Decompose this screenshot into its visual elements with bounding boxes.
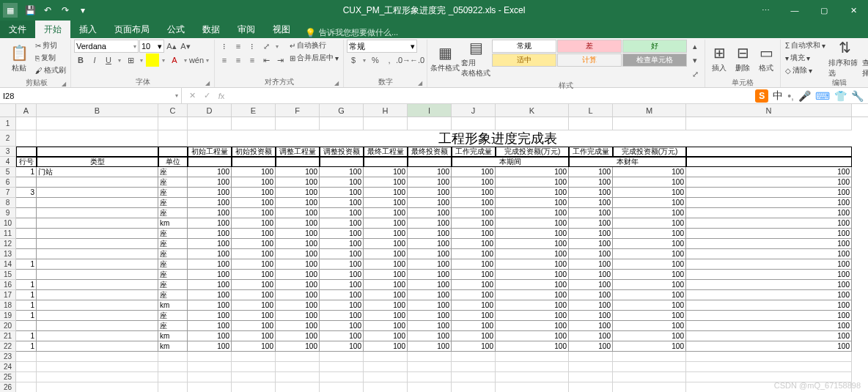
cell-14-D[interactable]: 100 [188,259,232,270]
cell-9-N[interactable]: 100 [686,208,852,218]
cell-13-F[interactable]: 100 [276,249,320,259]
cell-13-J[interactable]: 100 [452,249,496,259]
cell-9-B[interactable] [37,208,158,218]
cell-5-G[interactable]: 100 [320,167,364,177]
cell-24-D[interactable] [188,362,232,372]
cell-21-I[interactable]: 100 [408,331,452,341]
cell-24-L[interactable] [569,362,613,372]
style-check[interactable]: 检查单元格 [622,53,687,67]
row-header-23[interactable]: 23 [0,352,16,362]
cell-10-I[interactable]: 100 [408,218,452,229]
cell-11-I[interactable]: 100 [408,229,452,239]
cell-11-K[interactable]: 100 [496,229,569,239]
col-header-I[interactable]: I [408,104,452,117]
cell-18-G[interactable]: 100 [320,300,364,311]
align-middle-button[interactable]: ≡ [232,40,245,53]
style-bad[interactable]: 差 [557,40,622,53]
cell-3-N[interactable] [686,147,852,157]
cell-5-M[interactable]: 100 [613,167,686,177]
cell-16-I[interactable]: 100 [408,280,452,290]
cell-16-M[interactable]: 100 [613,280,686,290]
cell-23-H[interactable] [364,352,408,362]
cell-18-N[interactable]: 100 [686,300,852,311]
cell-24-G[interactable] [320,362,364,372]
cell-8-E[interactable]: 100 [232,198,276,208]
number-format-combo[interactable]: 常规▾ [347,40,417,53]
col-header-A[interactable]: A [16,104,37,117]
cell-7-D[interactable]: 100 [188,188,232,198]
cell-22-E[interactable]: 100 [232,341,276,352]
cell-18-F[interactable]: 100 [276,300,320,311]
cell-1-D[interactable] [188,117,232,130]
cell-8-N[interactable]: 100 [686,198,852,208]
tab-home[interactable]: 开始 [35,21,70,38]
hdr-J[interactable]: 工作完成量 [452,147,496,157]
cell-9-E[interactable]: 100 [232,208,276,218]
row-header-9[interactable]: 9 [0,208,16,218]
cell-17-F[interactable]: 100 [276,290,320,300]
row-header-17[interactable]: 17 [0,290,16,300]
cell-6-D[interactable]: 100 [188,177,232,188]
cell-12-M[interactable]: 100 [613,239,686,249]
cell-1-N[interactable] [686,117,852,130]
align-top-button[interactable]: ⫶ [218,40,231,53]
cell-13-K[interactable]: 100 [496,249,569,259]
tab-file[interactable]: 文件 [0,21,35,38]
align-center-button[interactable]: ≡ [232,53,245,67]
ime-keyboard-icon[interactable]: ⌨ [815,90,830,102]
cell-17-M[interactable]: 100 [613,290,686,300]
row-header-26[interactable]: 26 [0,382,16,392]
fill-color-button[interactable] [146,53,159,67]
cell-18-E[interactable]: 100 [232,300,276,311]
row-header-15[interactable]: 15 [0,270,16,280]
col-header-C[interactable]: C [158,104,188,117]
col-header-J[interactable]: J [452,104,496,117]
tab-page-layout[interactable]: 页面布局 [106,21,158,38]
border-button[interactable]: ⊞ [124,53,137,67]
cell-11-M[interactable]: 100 [613,229,686,239]
cell-8-I[interactable]: 100 [408,198,452,208]
cell-13-E[interactable]: 100 [232,249,276,259]
cell-24-F[interactable] [276,362,320,372]
cell-5-I[interactable]: 100 [408,167,452,177]
ime-tool-icon[interactable]: 🔧 [851,90,864,102]
cell-11-H[interactable]: 100 [364,229,408,239]
row-header-24[interactable]: 24 [0,362,16,372]
underline-dd[interactable]: ▾ [116,53,123,67]
ime-lang[interactable]: 中 [773,89,783,103]
cell-21-E[interactable]: 100 [232,331,276,341]
cell-20-N[interactable]: 100 [686,321,852,331]
ime-punct[interactable]: •, [787,90,794,102]
cell-4-H[interactable] [364,157,408,167]
cell-20-M[interactable]: 100 [613,321,686,331]
cell-19-H[interactable]: 100 [364,311,408,321]
cell-26-K[interactable] [496,382,569,392]
row-header-6[interactable]: 6 [0,177,16,188]
cell-19-D[interactable]: 100 [188,311,232,321]
cell-14-E[interactable]: 100 [232,259,276,270]
cell-7-C[interactable]: 座 [158,188,188,198]
cell-9-A[interactable] [16,208,37,218]
sogou-icon[interactable]: S [755,89,768,103]
cell-26-J[interactable] [452,382,496,392]
cell-18-J[interactable]: 100 [452,300,496,311]
cell-22-I[interactable]: 100 [408,341,452,352]
cell-13-D[interactable]: 100 [188,249,232,259]
cell-10-E[interactable]: 100 [232,218,276,229]
cell-26-B[interactable] [37,382,158,392]
row-header-22[interactable]: 22 [0,341,16,352]
cell-8-K[interactable]: 100 [496,198,569,208]
cell-19-L[interactable]: 100 [569,311,613,321]
merge-center-button[interactable]: ⊞ 合并后居中 ▾ [288,52,340,64]
cell-10-H[interactable]: 100 [364,218,408,229]
cell-19-F[interactable]: 100 [276,311,320,321]
col-header-K[interactable]: K [496,104,569,117]
row-header-19[interactable]: 19 [0,311,16,321]
cell-13-I[interactable]: 100 [408,249,452,259]
orientation-dd[interactable]: ▾ [273,40,281,53]
align-left-button[interactable]: ≡ [218,53,231,67]
cell-22-M[interactable]: 100 [613,341,686,352]
cell-16-F[interactable]: 100 [276,280,320,290]
undo-button[interactable]: ↶ [41,4,54,17]
percent-button[interactable]: % [369,53,382,67]
